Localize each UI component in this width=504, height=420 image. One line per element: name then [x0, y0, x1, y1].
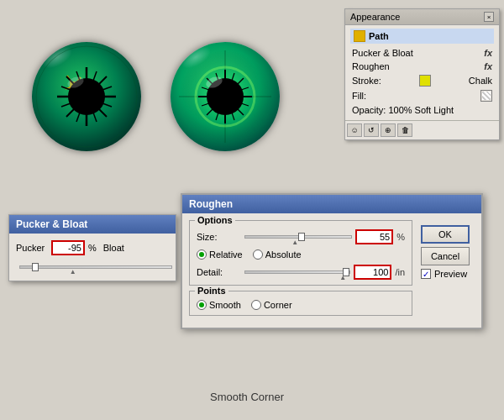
svg-line-19	[102, 87, 112, 90]
pucker-dialog-title: Pucker & Bloat	[16, 218, 87, 230]
appearance-titlebar: Appearance ×	[345, 9, 499, 25]
fill-label: Fill:	[352, 91, 366, 101]
roughen-dialog-titlebar: Roughen	[182, 195, 481, 213]
svg-line-23	[76, 113, 80, 122]
preview-row: Preview	[421, 269, 470, 279]
svg-line-18	[102, 103, 112, 107]
panel-btn-1[interactable]: ☺	[347, 123, 362, 137]
right-eye-svg	[171, 42, 280, 151]
roughen-row: Roughen fx	[350, 60, 494, 73]
svg-line-20	[61, 103, 71, 107]
appearance-title: Appearance	[350, 12, 400, 22]
smooth-option[interactable]: Smooth	[197, 300, 241, 310]
cancel-button[interactable]: Cancel	[421, 247, 470, 265]
size-row: Size: ▲ %	[197, 229, 405, 244]
detail-slider-track	[244, 270, 350, 274]
pucker-label: Pucker	[16, 243, 48, 253]
relative-absolute-row: Relative Absolute	[197, 249, 405, 260]
smooth-label: Smooth	[209, 300, 241, 310]
path-icon	[354, 30, 365, 42]
relative-radio[interactable]	[197, 249, 207, 260]
smooth-corner-row: Smooth Corner	[197, 300, 405, 310]
corner-label: Corner	[264, 300, 292, 310]
roughen-label: Roughen	[352, 61, 390, 71]
left-eye-svg	[32, 42, 141, 151]
appearance-close-btn[interactable]: ×	[484, 12, 494, 22]
bloat-label: Bloat	[103, 243, 124, 253]
points-group-label: Points	[195, 286, 228, 296]
absolute-radio[interactable]	[253, 249, 263, 260]
right-eye-outer	[171, 42, 280, 151]
relative-option[interactable]: Relative	[197, 249, 243, 260]
pucker-dialog: Pucker & Bloat Pucker % Bloat ▲	[8, 214, 176, 281]
detail-row: Detail: ▲ /in	[197, 265, 405, 280]
absolute-label: Absolute	[265, 249, 302, 260]
pucker-row: Pucker % Bloat	[16, 240, 169, 255]
corner-radio[interactable]	[251, 300, 261, 310]
smooth-corner-label: Smooth Corner	[210, 391, 284, 403]
preview-label: Preview	[434, 269, 467, 279]
detail-value-input[interactable]	[354, 265, 391, 280]
stroke-label: Stroke:	[352, 76, 381, 86]
smooth-corner-text: Smooth Corner	[210, 391, 284, 403]
roughen-dialog-title: Roughen	[189, 198, 233, 210]
canvas-area	[0, 0, 311, 193]
points-group: Points Smooth Corner	[189, 291, 412, 316]
appearance-panel: Appearance × Path Pucker & Bloat fx Roug…	[344, 8, 500, 140]
ok-button[interactable]: OK	[421, 225, 470, 244]
svg-line-22	[93, 113, 97, 122]
size-slider-track	[244, 235, 352, 239]
detail-label: Detail:	[197, 267, 234, 277]
detail-unit: /in	[395, 267, 405, 277]
corner-option[interactable]: Corner	[251, 300, 292, 310]
pucker-percent: %	[88, 243, 97, 253]
fill-row: Fill:	[350, 88, 494, 103]
relative-label: Relative	[209, 249, 243, 260]
pucker-value-input[interactable]	[51, 240, 85, 255]
options-group-label: Options	[195, 215, 235, 225]
appearance-content: Path Pucker & Bloat fx Roughen fx Stroke…	[345, 25, 499, 120]
right-eye	[171, 42, 280, 151]
panel-bottom-bar: ☺ ↺ ⊕ 🗑	[345, 120, 499, 139]
panel-btn-3[interactable]: ⊕	[381, 123, 396, 137]
pucker-slider-thumb[interactable]	[32, 263, 39, 271]
panel-btn-2[interactable]: ↺	[364, 123, 379, 137]
roughen-left-panel: Options Size: ▲ %	[189, 220, 412, 321]
size-value-input[interactable]	[355, 229, 393, 244]
stroke-swatch	[419, 75, 431, 87]
pucker-bloat-label: Pucker & Bloat	[352, 48, 413, 58]
opacity-label: Opacity: 100% Soft Light	[352, 105, 454, 115]
smooth-radio[interactable]	[197, 300, 207, 310]
size-unit: %	[396, 232, 405, 242]
roughen-dialog-body: Options Size: ▲ %	[182, 213, 481, 328]
panel-btn-delete[interactable]: 🗑	[397, 123, 412, 137]
fx-badge-2: fx	[484, 61, 492, 71]
stroke-row: Stroke: Chalk	[350, 73, 494, 88]
fx-badge-1: fx	[484, 48, 492, 58]
pucker-slider-track	[19, 265, 172, 269]
pucker-bloat-row: Pucker & Bloat fx	[350, 46, 494, 60]
size-slider-thumb[interactable]	[298, 233, 305, 241]
path-label: Path	[369, 31, 389, 41]
options-group: Options Size: ▲ %	[189, 220, 412, 286]
absolute-option[interactable]: Absolute	[253, 249, 302, 260]
left-eye	[32, 42, 141, 151]
preview-checkbox[interactable]	[421, 269, 431, 279]
roughen-inner: Options Size: ▲ %	[189, 220, 475, 321]
left-eye-outer	[32, 42, 141, 151]
size-label: Size:	[197, 232, 234, 242]
fill-swatch	[480, 90, 492, 102]
pucker-dialog-titlebar: Pucker & Bloat	[9, 215, 176, 234]
dialog-buttons: OK Cancel Preview	[416, 220, 475, 321]
roughen-dialog: Roughen Options Size: ▲	[181, 193, 483, 329]
path-header: Path	[350, 29, 494, 44]
stroke-value: Chalk	[469, 76, 492, 86]
pucker-dialog-body: Pucker % Bloat ▲	[9, 234, 176, 281]
svg-line-16	[93, 71, 97, 81]
opacity-row: Opacity: 100% Soft Light	[350, 103, 494, 117]
